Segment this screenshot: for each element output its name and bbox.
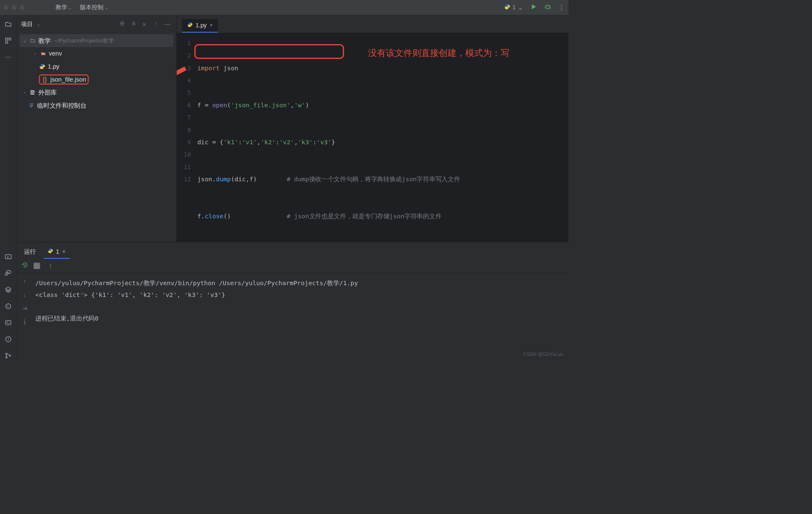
chevron-down-icon: ⌄ [105, 5, 108, 10]
project-tool-icon[interactable] [4, 20, 12, 29]
tree-1py[interactable]: 1.py [16, 60, 176, 73]
run-panel: 运行 1 × ⋮ [16, 242, 568, 360]
run-button[interactable] [530, 3, 537, 12]
library-icon [29, 90, 36, 95]
svg-point-9 [5, 357, 7, 358]
tree-json-file[interactable]: {} json_file.json [16, 73, 176, 86]
tree-root[interactable]: ⌄ 教学 ~/PycharmProjects/教学 [19, 34, 173, 47]
svg-rect-2 [9, 38, 11, 40]
python-file-icon [187, 22, 193, 29]
editor-tabs: 1.py × [177, 15, 568, 33]
editor-body[interactable]: 1 2 3 4 5 6 7 8 9 10 11 12 [177, 33, 568, 242]
tree-label: 外部库 [38, 88, 57, 97]
python-icon [504, 4, 510, 11]
collapse-all-icon[interactable]: ⨯ [141, 19, 149, 29]
tree-external-libs[interactable]: › 外部库 [16, 86, 176, 99]
chevron-down-icon: ⌄ [518, 4, 523, 11]
structure-tool-icon[interactable] [4, 37, 12, 45]
interpreter-label: 1 [512, 4, 516, 11]
down-arrow-icon[interactable]: ↓ [23, 291, 26, 298]
debug-button[interactable] [544, 3, 552, 12]
project-panel: 项目 ⌄ ≚ ⨯ ⋮ — ⌄ [16, 15, 177, 242]
run-gutter: ↑ ↓ ⇥ ⭳ [16, 273, 33, 360]
svg-point-0 [546, 5, 549, 8]
editor: 1.py × 1 2 3 4 5 6 7 8 [177, 15, 568, 242]
chevron-down-icon: ⌄ [22, 38, 27, 43]
menu-label: 教学 [56, 3, 67, 11]
folder-icon [29, 38, 36, 43]
python-interpreter-selector[interactable]: 1 ⌄ [504, 4, 523, 11]
rerun-button[interactable] [22, 262, 28, 270]
tree-scratches[interactable]: 临时文件和控制台 [16, 99, 176, 112]
menu-label: 版本控制 [80, 3, 103, 11]
packages-tool-icon[interactable] [4, 286, 12, 294]
watermark: CSDN @GDYuLuo [523, 352, 563, 357]
chevron-down-icon[interactable]: ⌄ [37, 22, 40, 26]
git-tool-icon[interactable] [4, 352, 12, 360]
more-icon[interactable]: ⋮ [48, 262, 53, 269]
run-tab-label: 1 [56, 248, 59, 255]
tree-label: json_file.json [50, 76, 86, 83]
project-panel-title: 项目 [21, 20, 33, 28]
run-tab-1[interactable]: 1 × [44, 245, 70, 259]
tab-label: 1.py [196, 22, 207, 29]
tree-label: 临时文件和控制台 [37, 101, 87, 110]
expand-all-icon[interactable]: ≚ [130, 19, 138, 29]
maximize-window-icon[interactable] [20, 5, 25, 10]
chevron-right-icon: › [22, 90, 27, 95]
python-file-icon [48, 248, 53, 255]
run-tool-icon[interactable] [4, 253, 12, 261]
more-tools-icon[interactable]: ⋯ [4, 53, 12, 61]
close-window-icon[interactable] [3, 5, 8, 10]
highlight-box: {} json_file.json [39, 74, 89, 85]
terminal-tool-icon[interactable] [4, 318, 12, 327]
settings-icon[interactable]: ⋮ [152, 19, 160, 29]
tree-label: venv [49, 50, 62, 57]
annotation-text: 没有该文件则直接创建，模式为：写 [368, 47, 509, 59]
close-tab-icon[interactable]: × [210, 22, 212, 29]
chevron-right-icon: › [32, 51, 38, 56]
menu-teaching[interactable]: 教学 ⌄ [51, 2, 76, 13]
tree-label: 教学 [38, 37, 50, 45]
locate-icon[interactable] [118, 19, 127, 29]
editor-tab-1py[interactable]: 1.py × [182, 19, 218, 33]
run-output[interactable]: /Users/yuluo/PycharmProjects/教学/venv/bin… [33, 273, 568, 360]
soft-wrap-icon[interactable]: ⇥ [22, 305, 27, 312]
minimize-window-icon[interactable] [12, 5, 16, 10]
project-tree[interactable]: ⌄ 教学 ~/PycharmProjects/教学 › [16, 33, 176, 113]
left-tool-rail: ⋯ [0, 15, 16, 360]
menubar: 教学 ⌄ 版本控制 ⌄ 1 ⌄ ⋮ [0, 0, 568, 15]
folder-icon [40, 51, 46, 56]
scratch-icon [28, 103, 34, 109]
problems-tool-icon[interactable] [4, 335, 12, 344]
stop-button[interactable] [34, 262, 40, 269]
svg-rect-3 [5, 41, 8, 43]
menu-vcs[interactable]: 版本控制 ⌄ [76, 2, 113, 13]
window-controls [3, 5, 24, 10]
python-console-icon[interactable] [4, 269, 12, 278]
svg-point-12 [122, 23, 122, 24]
svg-rect-6 [5, 321, 11, 325]
scroll-to-end-icon[interactable]: ⭳ [22, 318, 28, 325]
services-tool-icon[interactable] [4, 302, 12, 310]
tree-venv[interactable]: › venv [16, 47, 176, 60]
highlight-box [194, 44, 344, 59]
json-file-icon: {} [42, 76, 48, 83]
chevron-down-icon: ⌄ [68, 5, 72, 10]
tree-path: ~/PycharmProjects/教学 [54, 37, 114, 45]
python-file-icon [39, 64, 45, 69]
svg-point-8 [5, 353, 7, 355]
tree-label: 1.py [48, 63, 59, 70]
code-area[interactable]: import json f = open('json_file.json','w… [197, 33, 568, 242]
gutter: 1 2 3 4 5 6 7 8 9 10 11 12 [177, 33, 197, 242]
hide-panel-icon[interactable]: — [164, 20, 172, 29]
more-menu-icon[interactable]: ⋮ [558, 4, 565, 11]
close-tab-icon[interactable]: × [62, 248, 66, 255]
run-panel-title: 运行 [22, 245, 38, 259]
svg-rect-1 [5, 38, 8, 40]
up-arrow-icon[interactable]: ↑ [23, 278, 26, 285]
